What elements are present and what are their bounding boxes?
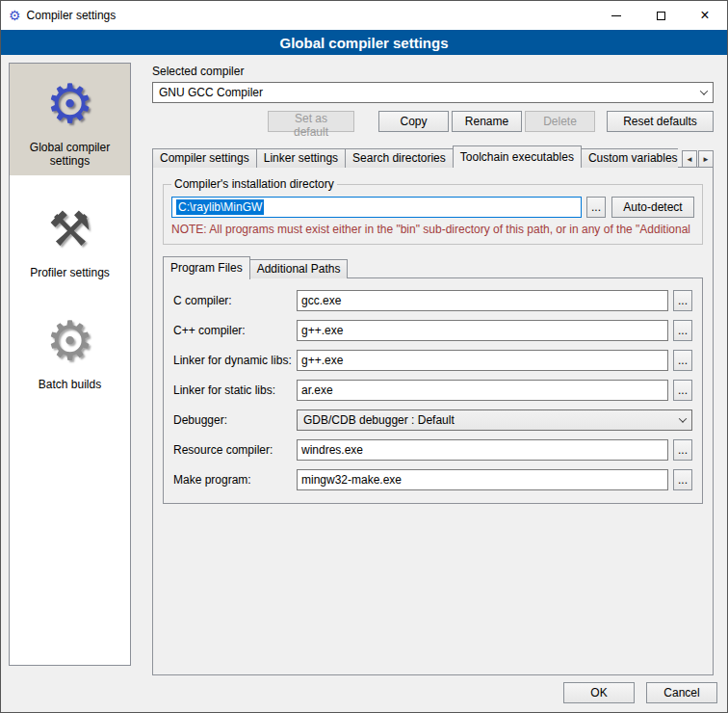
compiler-settings-window: ⚙ Compiler settings × Global compiler se… xyxy=(0,0,728,713)
c-compiler-label: C compiler: xyxy=(173,294,297,307)
dynamic-linker-row: Linker for dynamic libs: ... xyxy=(173,350,692,371)
gear-blue-icon: ⚙ xyxy=(13,73,126,135)
static-linker-label: Linker for static libs: xyxy=(173,383,297,397)
note-text: NOTE: All programs must exist either in … xyxy=(171,223,694,236)
tab-linker-settings[interactable]: Linker settings xyxy=(256,148,346,168)
tab-program-files[interactable]: Program Files xyxy=(163,256,250,279)
browse-install-dir-button[interactable]: ... xyxy=(586,197,606,218)
dynamic-linker-input[interactable] xyxy=(297,350,668,371)
browse-c-compiler-button[interactable]: ... xyxy=(673,290,692,311)
selected-compiler-value: GNU GCC Compiler xyxy=(153,86,695,99)
debugger-dropdown[interactable]: GDB/CDB debugger : Default xyxy=(297,409,692,431)
program-files-panel: C compiler: ... C++ compiler: ... Linker… xyxy=(163,277,703,504)
tab-custom-variables[interactable]: Custom variables xyxy=(581,148,678,168)
settings-tab-strip: Compiler settings Linker settings Search… xyxy=(152,145,714,168)
tab-additional-paths[interactable]: Additional Paths xyxy=(249,259,349,278)
make-program-label: Make program: xyxy=(173,473,297,487)
static-linker-row: Linker for static libs: ... xyxy=(173,380,692,401)
page-title: Global compiler settings xyxy=(1,30,727,55)
sidebar-item-label: Global compiler settings xyxy=(13,141,126,168)
toolchain-executables-panel: Compiler's installation directory C:\ray… xyxy=(152,167,714,675)
title-bar: ⚙ Compiler settings × xyxy=(1,1,727,30)
debugger-row: Debugger: GDB/CDB debugger : Default xyxy=(173,409,692,431)
chevron-down-icon xyxy=(695,90,713,95)
ok-button[interactable]: OK xyxy=(563,682,635,703)
dialog-footer: OK Cancel xyxy=(563,682,717,703)
cancel-button[interactable]: Cancel xyxy=(646,682,717,703)
rename-button[interactable]: Rename xyxy=(452,111,522,132)
set-as-default-button[interactable]: Set as default xyxy=(268,111,354,132)
debugger-label: Debugger: xyxy=(173,413,297,427)
tab-scroll-buttons: ◄ ► xyxy=(681,150,714,168)
tab-scroll-right-button[interactable]: ► xyxy=(698,150,714,168)
copy-button[interactable]: Copy xyxy=(378,111,449,132)
maximize-button[interactable] xyxy=(638,1,683,30)
close-button[interactable]: × xyxy=(683,1,727,30)
profiler-hammer-icon: ⚒ xyxy=(13,198,126,260)
program-files-tab-strip: Program Files Additional Paths xyxy=(163,256,703,278)
gear-gray-icon: ⚙ xyxy=(13,310,126,372)
sidebar-item-batch-builds[interactable]: ⚙ Batch builds xyxy=(10,301,130,399)
close-icon: × xyxy=(700,8,709,23)
chevron-down-icon xyxy=(674,417,691,423)
browse-static-linker-button[interactable]: ... xyxy=(673,380,692,401)
sidebar-item-label: Profiler settings xyxy=(13,266,126,279)
sidebar-item-global-compiler-settings[interactable]: ⚙ Global compiler settings xyxy=(10,64,130,175)
installation-directory-row: C:\raylib\MinGW ... Auto-detect xyxy=(171,197,694,218)
arrow-right-icon: ► xyxy=(702,155,710,164)
cpp-compiler-row: C++ compiler: ... xyxy=(173,320,692,341)
window-controls: × xyxy=(594,1,727,30)
dynamic-linker-label: Linker for dynamic libs: xyxy=(173,354,297,367)
resource-compiler-input[interactable] xyxy=(297,439,668,461)
c-compiler-row: C compiler: ... xyxy=(173,290,692,311)
resource-compiler-row: Resource compiler: ... xyxy=(173,439,692,461)
c-compiler-input[interactable] xyxy=(297,290,668,311)
installation-directory-group: Compiler's installation directory C:\ray… xyxy=(163,177,703,245)
compiler-buttons-row: Set as default Copy Rename Delete Reset … xyxy=(152,111,714,132)
delete-button[interactable]: Delete xyxy=(525,111,595,132)
maximize-icon xyxy=(657,12,665,20)
browse-dynamic-linker-button[interactable]: ... xyxy=(673,350,692,371)
make-program-row: Make program: ... xyxy=(173,469,692,490)
resource-compiler-label: Resource compiler: xyxy=(173,443,297,457)
make-program-input[interactable] xyxy=(297,469,668,490)
tab-search-directories[interactable]: Search directories xyxy=(345,148,454,168)
app-gear-icon: ⚙ xyxy=(9,9,21,22)
selected-compiler-dropdown[interactable]: GNU GCC Compiler xyxy=(152,82,714,103)
install-dir-input[interactable]: C:\raylib\MinGW xyxy=(171,197,582,218)
auto-detect-button[interactable]: Auto-detect xyxy=(611,197,694,218)
installation-directory-legend: Compiler's installation directory xyxy=(171,177,337,191)
selected-compiler-label: Selected compiler xyxy=(152,65,714,78)
cpp-compiler-label: C++ compiler: xyxy=(173,324,297,337)
tab-compiler-settings[interactable]: Compiler settings xyxy=(152,148,257,168)
main-panel: Selected compiler GNU GCC Compiler Set a… xyxy=(152,65,714,675)
debugger-value: GDB/CDB debugger : Default xyxy=(298,413,674,427)
cpp-compiler-input[interactable] xyxy=(297,320,668,341)
tab-scroll-left-button[interactable]: ◄ xyxy=(682,150,697,168)
minimize-icon xyxy=(611,15,621,16)
install-dir-selected-text: C:\raylib\MinGW xyxy=(176,199,264,215)
static-linker-input[interactable] xyxy=(297,380,668,401)
window-title: Compiler settings xyxy=(27,9,117,22)
tabs-container: Compiler settings Linker settings Search… xyxy=(152,145,678,168)
reset-defaults-button[interactable]: Reset defaults xyxy=(607,111,714,132)
browse-make-program-button[interactable]: ... xyxy=(673,469,692,490)
arrow-left-icon: ◄ xyxy=(686,155,693,164)
tab-toolchain-executables[interactable]: Toolchain executables xyxy=(453,145,582,168)
sidebar-item-label: Batch builds xyxy=(13,378,126,391)
browse-resource-compiler-button[interactable]: ... xyxy=(673,439,692,461)
sidebar-item-profiler-settings[interactable]: ⚒ Profiler settings xyxy=(10,189,130,287)
sidebar: ⚙ Global compiler settings ⚒ Profiler se… xyxy=(9,63,131,666)
minimize-button[interactable] xyxy=(594,1,638,30)
browse-cpp-compiler-button[interactable]: ... xyxy=(673,320,692,341)
